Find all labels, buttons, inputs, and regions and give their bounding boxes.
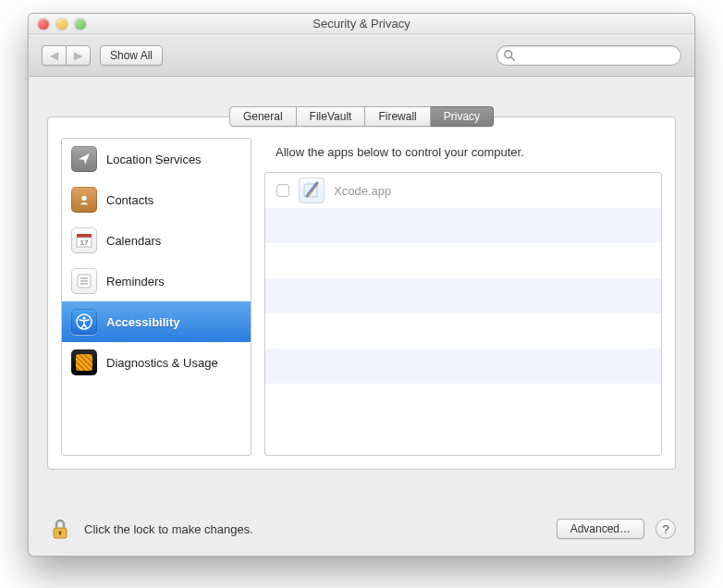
back-button[interactable]: ◀ [42, 45, 66, 66]
sidebar-item-calendars[interactable]: 17 Calendars [62, 220, 251, 261]
app-name-label: Xcode.app [334, 184, 391, 198]
forward-button[interactable]: ▶ [66, 45, 91, 66]
privacy-category-list: Location Services Contacts 17 Calendars … [61, 138, 251, 456]
svg-rect-3 [77, 234, 92, 238]
close-window-button[interactable] [38, 18, 49, 30]
allowed-apps-list: Xcode.app [264, 172, 662, 456]
tab-row: General FileVault Firewall Privacy [29, 77, 694, 127]
app-row[interactable]: Xcode.app [265, 173, 661, 208]
diagnostics-icon [71, 349, 97, 375]
empty-row [265, 278, 661, 313]
reminders-icon [71, 268, 97, 294]
contacts-icon [71, 187, 97, 213]
sidebar-item-label: Calendars [106, 234, 161, 248]
help-icon: ? [662, 522, 668, 536]
sidebar-item-label: Diagnostics & Usage [106, 356, 218, 370]
location-icon [71, 146, 97, 172]
svg-text:17: 17 [80, 239, 89, 247]
svg-point-2 [81, 196, 86, 201]
svg-point-11 [82, 316, 85, 319]
search-icon [503, 49, 516, 62]
preferences-window: Security & Privacy ◀ ▶ Show All General … [28, 13, 695, 557]
tab-firewall[interactable]: Firewall [365, 106, 430, 127]
tab-privacy[interactable]: Privacy [431, 106, 494, 127]
lock-icon [48, 517, 72, 541]
footer: Click the lock to make changes. Advanced… [29, 502, 694, 556]
tab-general[interactable]: General [229, 106, 297, 127]
show-all-button[interactable]: Show All [100, 45, 163, 66]
calendar-icon: 17 [71, 227, 97, 253]
sidebar-item-accessibility[interactable]: Accessibility [62, 301, 251, 342]
detail-heading: Allow the apps below to control your com… [264, 138, 662, 172]
minimize-window-button[interactable] [56, 18, 67, 30]
content-panel: Location Services Contacts 17 Calendars … [47, 116, 676, 470]
accessibility-icon [71, 309, 97, 335]
sidebar-item-location-services[interactable]: Location Services [62, 139, 251, 179]
help-button[interactable]: ? [656, 519, 676, 539]
chevron-right-icon: ▶ [74, 50, 82, 61]
empty-row [265, 243, 661, 278]
tab-filevault[interactable]: FileVault [297, 106, 366, 127]
xcode-icon [299, 178, 325, 203]
empty-row [265, 208, 661, 243]
titlebar: Security & Privacy [29, 14, 694, 34]
empty-row [265, 313, 661, 349]
detail-pane: Allow the apps below to control your com… [264, 138, 662, 456]
svg-line-1 [511, 56, 514, 59]
toolbar: ◀ ▶ Show All [29, 34, 694, 77]
app-checkbox[interactable] [276, 184, 289, 197]
lock-hint-label: Click the lock to make changes. [84, 522, 253, 536]
advanced-button[interactable]: Advanced… [557, 519, 644, 539]
empty-row [265, 384, 661, 419]
lock-button[interactable] [47, 516, 73, 542]
sidebar-item-label: Contacts [106, 193, 153, 207]
svg-rect-15 [59, 533, 61, 535]
zoom-window-button[interactable] [75, 18, 86, 30]
window-title: Security & Privacy [29, 17, 694, 31]
nav-back-forward: ◀ ▶ [42, 45, 91, 66]
chevron-left-icon: ◀ [50, 50, 58, 61]
sidebar-item-reminders[interactable]: Reminders [62, 261, 251, 301]
window-controls [29, 18, 86, 30]
search-input[interactable] [496, 45, 681, 66]
sidebar-item-label: Reminders [106, 275, 165, 288]
sidebar-item-contacts[interactable]: Contacts [62, 179, 251, 220]
sidebar-item-label: Accessibility [106, 315, 180, 329]
sidebar-item-label: Location Services [106, 153, 202, 166]
empty-row [265, 349, 661, 384]
search-field-wrapper [496, 45, 681, 66]
sidebar-item-diagnostics[interactable]: Diagnostics & Usage [62, 342, 251, 383]
